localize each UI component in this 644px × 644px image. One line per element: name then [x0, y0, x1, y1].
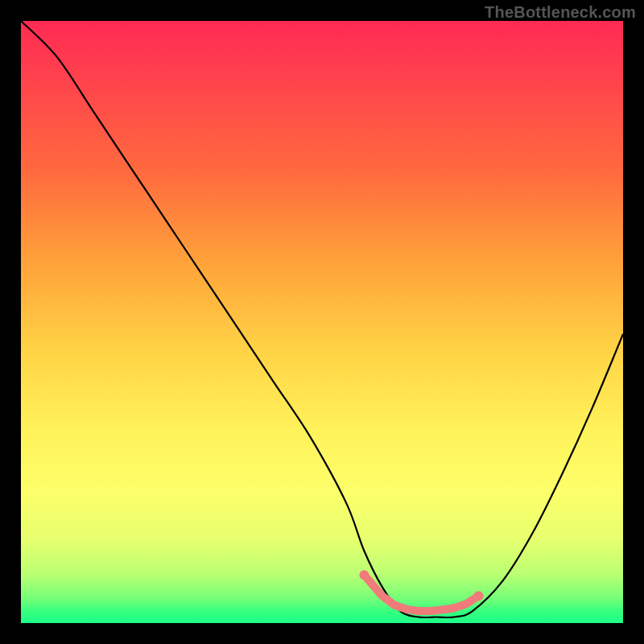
optimal-range-start-dot: [359, 570, 369, 580]
optimal-range-markers: [359, 570, 483, 611]
watermark-text: TheBottleneck.com: [485, 3, 636, 22]
plot-area: [21, 21, 623, 623]
chart-frame: TheBottleneck.com: [0, 0, 644, 644]
curve-layer: [21, 21, 623, 623]
optimal-range-line: [364, 575, 478, 611]
optimal-range-end-dot: [473, 591, 483, 601]
bottleneck-curve: [21, 21, 623, 617]
